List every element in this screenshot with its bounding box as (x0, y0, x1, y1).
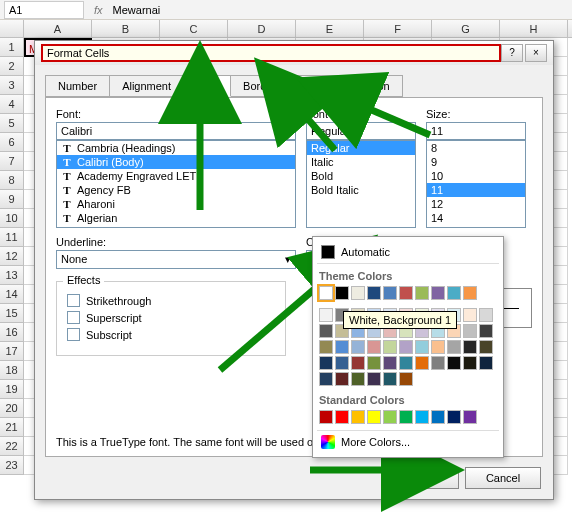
name-box[interactable]: A1 (4, 1, 84, 19)
tab-protection[interactable]: Protection (327, 75, 403, 97)
row-header[interactable]: 21 (0, 418, 24, 437)
color-swatch[interactable] (367, 410, 381, 424)
color-swatch[interactable] (479, 324, 493, 338)
row-header[interactable]: 3 (0, 76, 24, 95)
color-swatch[interactable] (367, 340, 381, 354)
list-item[interactable]: TAlgerian (57, 211, 295, 225)
row-header[interactable]: 17 (0, 342, 24, 361)
superscript-checkbox[interactable]: Superscript (67, 311, 275, 324)
font-style-listbox[interactable]: RegularItalicBoldBold Italic (306, 140, 416, 228)
row-header[interactable]: 11 (0, 228, 24, 247)
color-swatch[interactable] (335, 372, 349, 386)
list-item[interactable]: TAharoni (57, 197, 295, 211)
size-input[interactable]: 11 (426, 122, 526, 140)
tab-border[interactable]: Border (230, 75, 289, 97)
color-swatch[interactable] (319, 356, 333, 370)
color-swatch[interactable] (335, 356, 349, 370)
row-header[interactable]: 13 (0, 266, 24, 285)
color-swatch[interactable] (447, 286, 461, 300)
underline-combo[interactable]: None ▾ (56, 250, 296, 269)
row-header[interactable]: 9 (0, 190, 24, 209)
ok-button[interactable]: OK (383, 467, 459, 489)
color-swatch[interactable] (399, 372, 413, 386)
color-swatch[interactable] (399, 356, 413, 370)
color-swatch[interactable] (319, 340, 333, 354)
color-swatch[interactable] (463, 356, 477, 370)
color-swatch[interactable] (335, 340, 349, 354)
list-item[interactable]: Italic (307, 155, 415, 169)
more-colors-row[interactable]: More Colors... (317, 430, 499, 453)
color-swatch[interactable] (431, 410, 445, 424)
list-item[interactable]: TAcademy Engraved LET (57, 169, 295, 183)
color-swatch[interactable] (383, 286, 397, 300)
color-swatch[interactable] (463, 410, 477, 424)
row-header[interactable]: 4 (0, 95, 24, 114)
list-item[interactable]: 12 (427, 197, 525, 211)
color-swatch[interactable] (431, 356, 445, 370)
dialog-titlebar[interactable]: Format Cells ? × (35, 41, 553, 65)
row-header[interactable]: 22 (0, 437, 24, 456)
font-style-input[interactable]: Regular (306, 122, 416, 140)
color-swatch[interactable] (367, 372, 381, 386)
color-swatch[interactable] (479, 340, 493, 354)
tab-font[interactable]: Font (183, 75, 231, 97)
color-swatch[interactable] (351, 410, 365, 424)
color-swatch[interactable] (351, 286, 365, 300)
column-header[interactable]: A (24, 20, 92, 37)
color-swatch[interactable] (479, 356, 493, 370)
color-swatch[interactable] (415, 340, 429, 354)
tab-fill[interactable]: Fill (288, 75, 328, 97)
color-swatch[interactable] (383, 372, 397, 386)
list-item[interactable]: TAgency FB (57, 183, 295, 197)
list-item[interactable]: TCambria (Headings) (57, 141, 295, 155)
color-swatch[interactable] (383, 340, 397, 354)
color-swatch[interactable] (367, 356, 381, 370)
select-all-corner[interactable] (0, 20, 24, 37)
font-input[interactable]: Calibri (56, 122, 296, 140)
list-item[interactable]: 11 (427, 183, 525, 197)
color-swatch[interactable] (431, 286, 445, 300)
color-swatch[interactable] (463, 286, 477, 300)
color-swatch[interactable] (463, 340, 477, 354)
color-swatch[interactable] (335, 410, 349, 424)
column-header[interactable]: H (500, 20, 568, 37)
color-swatch[interactable] (319, 410, 333, 424)
color-swatch[interactable] (335, 286, 349, 300)
color-swatch[interactable] (319, 372, 333, 386)
column-header[interactable]: D (228, 20, 296, 37)
row-header[interactable]: 5 (0, 114, 24, 133)
list-item[interactable]: Regular (307, 141, 415, 155)
color-swatch[interactable] (415, 356, 429, 370)
color-swatch[interactable] (447, 356, 461, 370)
color-swatch[interactable] (383, 356, 397, 370)
column-header[interactable]: F (364, 20, 432, 37)
row-header[interactable]: 2 (0, 57, 24, 76)
color-swatch[interactable] (463, 308, 477, 322)
subscript-checkbox[interactable]: Subscript (67, 328, 275, 341)
color-swatch[interactable] (463, 324, 477, 338)
fx-icon[interactable]: fx (88, 4, 109, 16)
color-swatch[interactable] (415, 286, 429, 300)
column-header[interactable]: E (296, 20, 364, 37)
color-swatch[interactable] (351, 356, 365, 370)
strikethrough-checkbox[interactable]: Strikethrough (67, 294, 275, 307)
cancel-button[interactable]: Cancel (465, 467, 541, 489)
size-listbox[interactable]: 8910111214 (426, 140, 526, 228)
automatic-color-row[interactable]: Automatic (317, 241, 499, 264)
row-header[interactable]: 7 (0, 152, 24, 171)
list-item[interactable]: 10 (427, 169, 525, 183)
column-header[interactable]: B (92, 20, 160, 37)
row-header[interactable]: 1 (0, 38, 24, 57)
row-header[interactable]: 8 (0, 171, 24, 190)
row-header[interactable]: 19 (0, 380, 24, 399)
color-swatch[interactable] (447, 410, 461, 424)
color-swatch[interactable] (399, 286, 413, 300)
list-item[interactable]: Bold Italic (307, 183, 415, 197)
color-swatch[interactable] (399, 410, 413, 424)
color-swatch[interactable] (351, 372, 365, 386)
row-header[interactable]: 20 (0, 399, 24, 418)
color-swatch[interactable] (431, 340, 445, 354)
row-header[interactable]: 18 (0, 361, 24, 380)
tab-number[interactable]: Number (45, 75, 110, 97)
color-swatch[interactable] (415, 410, 429, 424)
